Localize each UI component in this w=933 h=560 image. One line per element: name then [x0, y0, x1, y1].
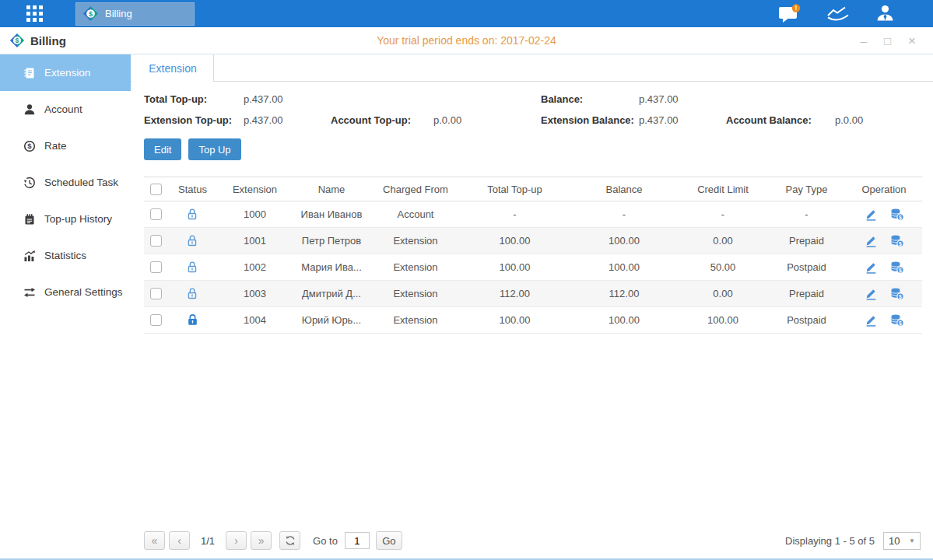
sidebar-item-extension[interactable]: Extension	[0, 54, 131, 91]
edit-icon[interactable]	[865, 313, 878, 327]
top-up-coins-icon[interactable]: $	[890, 313, 904, 327]
top-up-coins-icon[interactable]: $	[890, 234, 904, 247]
sidebar-item-rate[interactable]: $ Rate	[0, 128, 131, 164]
topbar-actions: !	[778, 4, 896, 24]
minimize-button[interactable]: –	[861, 35, 867, 47]
col-credit-limit: Credit Limit	[679, 177, 767, 201]
extension-ledger-icon	[23, 67, 36, 79]
cell-extension: 1003	[218, 281, 292, 307]
sidebar-item-topup-history[interactable]: Top-up History	[0, 201, 131, 237]
svg-text:$: $	[27, 142, 32, 150]
cell-credit-limit: 0.00	[679, 228, 767, 254]
col-status: Status	[167, 177, 218, 201]
top-up-button[interactable]: Top Up	[188, 138, 240, 160]
total-topup-value: p.437.00	[244, 93, 331, 105]
last-page-button[interactable]: »	[251, 531, 272, 550]
row-checkbox[interactable]	[150, 314, 162, 326]
sidebar-item-general-settings[interactable]: General Settings	[0, 274, 131, 310]
cell-extension: 1002	[218, 254, 292, 281]
extension-table: Status Extension Name Charged From Total…	[144, 177, 922, 334]
sidebar-item-label: Top-up History	[44, 213, 112, 225]
svg-text:!: !	[795, 4, 798, 12]
cell-charged-from: Extension	[371, 307, 460, 334]
cell-name: Мария Ива...	[292, 254, 371, 281]
top-up-coins-icon[interactable]: $	[890, 287, 904, 300]
billing-diamond-icon: $	[82, 5, 99, 22]
balance-summary: Total Top-up: p.437.00 Extension Top-up:…	[131, 82, 933, 126]
edit-icon[interactable]	[865, 261, 878, 274]
prev-page-button[interactable]: ‹	[169, 531, 190, 550]
cell-balance: 112.00	[570, 281, 679, 307]
bar-chart-arrow-icon	[23, 250, 36, 262]
sidebar-item-scheduled-task[interactable]: Scheduled Task	[0, 164, 131, 201]
page-size-select[interactable]: 10 ▼	[883, 532, 921, 550]
cell-charged-from: Extension	[371, 281, 460, 307]
row-checkbox[interactable]	[150, 235, 162, 247]
displaying-status: Displaying 1 - 5 of 5	[785, 535, 875, 547]
row-checkbox[interactable]	[150, 261, 162, 273]
lock-icon	[186, 313, 199, 325]
cell-charged-from: Extension	[371, 228, 460, 254]
user-icon[interactable]	[875, 4, 896, 24]
window-titlebar: Your trial period ends on: 2017-02-24 $ …	[0, 27, 933, 54]
svg-text:$: $	[89, 10, 93, 18]
cell-name: Дмитрий Д...	[292, 281, 371, 307]
cell-name: Юрий Юрь...	[292, 307, 371, 334]
svg-text:$: $	[899, 320, 902, 327]
window-title: Billing	[30, 34, 66, 47]
topbar-tab-billing[interactable]: $ Billing	[75, 2, 195, 26]
cell-name: Петр Петров	[292, 228, 371, 254]
sidebar-item-label: Account	[44, 103, 82, 115]
row-checkbox[interactable]	[150, 288, 162, 299]
table-row: 1000 Иван Иванов Account - - - - $	[144, 201, 922, 228]
cell-credit-limit: 50.00	[679, 254, 767, 281]
edit-button[interactable]: Edit	[144, 138, 181, 160]
topbar: $ Billing !	[0, 0, 933, 27]
sidebar-item-account[interactable]: Account	[0, 91, 131, 128]
apps-grid-icon[interactable]	[26, 5, 43, 22]
select-all-checkbox[interactable]	[150, 184, 162, 195]
first-page-button[interactable]: «	[144, 531, 165, 550]
col-pay-type: Pay Type	[767, 177, 846, 201]
page-size-value: 10	[889, 535, 900, 547]
cell-credit-limit: 100.00	[679, 307, 767, 334]
extension-balance-label: Extension Balance:	[541, 114, 639, 126]
top-up-coins-icon[interactable]: $	[890, 261, 904, 274]
page-indicator: 1/1	[201, 535, 215, 547]
cell-balance: 100.00	[570, 228, 679, 254]
maximize-button[interactable]: □	[884, 35, 891, 47]
extension-balance-value: p.437.00	[639, 114, 726, 126]
edit-icon[interactable]	[865, 234, 878, 247]
row-checkbox[interactable]	[150, 208, 162, 220]
notepad-icon	[23, 213, 36, 226]
cell-credit-limit: 0.00	[679, 281, 767, 307]
cell-balance: 100.00	[570, 254, 679, 281]
edit-icon[interactable]	[865, 287, 878, 300]
tab-extension[interactable]: Extension	[132, 54, 214, 82]
sidebar-item-label: General Settings	[44, 286, 123, 298]
extension-topup-label: Extension Top-up:	[144, 114, 244, 126]
goto-page-input[interactable]	[345, 532, 370, 549]
next-page-button[interactable]: ›	[226, 531, 247, 550]
refresh-button[interactable]	[279, 531, 300, 550]
close-button[interactable]: ×	[908, 34, 916, 47]
unlock-icon	[186, 208, 199, 219]
edit-icon[interactable]	[865, 208, 878, 221]
cell-pay-type: Postpaid	[767, 307, 846, 334]
messages-icon[interactable]: !	[778, 4, 801, 24]
main-content: Extension Total Top-up: p.437.00 Extensi…	[131, 54, 933, 560]
top-up-coins-icon[interactable]: $	[890, 208, 904, 221]
billing-window-icon: $	[9, 33, 25, 48]
sidebar-item-statistics[interactable]: Statistics	[0, 237, 131, 274]
unlock-icon	[186, 287, 199, 299]
go-button[interactable]: Go	[376, 531, 402, 550]
trial-notice: Your trial period ends on: 2017-02-24	[0, 34, 933, 47]
topbar-tab-label: Billing	[105, 8, 132, 19]
statistics-chart-icon[interactable]	[826, 5, 850, 23]
cell-extension: 1004	[218, 307, 292, 334]
unlock-icon	[186, 261, 199, 272]
col-charged-from: Charged From	[371, 177, 460, 201]
table-row: 1004 Юрий Юрь... Extension 100.00 100.00…	[144, 307, 922, 334]
cell-total-topup: 100.00	[460, 254, 570, 281]
col-extension: Extension	[218, 177, 292, 201]
